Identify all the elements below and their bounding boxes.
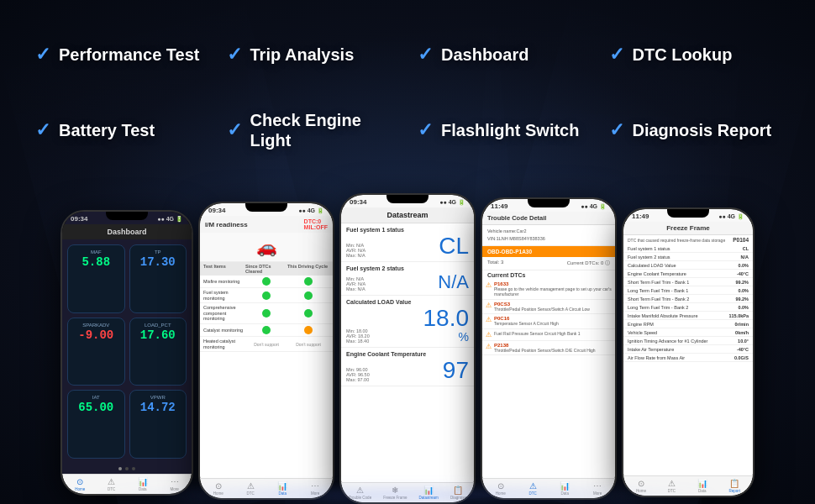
- ff-row-12: Ignition Timing Advance for #1 Cylinder …: [623, 337, 753, 345]
- phone-im-readiness: 09:34 ●●4G🔋 I/M readiness DTC:0 MIL:OFF …: [198, 202, 334, 500]
- ds-header: Datastream: [341, 207, 474, 223]
- tc-count: Total: 3 Current DTCs: 0 ⓘ: [482, 257, 615, 270]
- feature-label-7: Flashlight Switch: [441, 120, 579, 140]
- feature-label-8: Diagnosis Report: [633, 120, 772, 140]
- gauge-maf: MAF 5.88: [67, 244, 125, 313]
- phone-trouble-code: 11:49 ●●4G🔋 Trouble Code Detail Vehicle …: [481, 197, 617, 500]
- feature-dashboard: ✓ Dashboard: [408, 17, 599, 92]
- floor-glow: [82, 487, 734, 504]
- time-4: 11:49: [491, 202, 507, 210]
- check-icon-4: ✓: [609, 44, 624, 66]
- phone-dashboard: 09:34 ●● 4G 🔋 Dashboard MAF 5.88 TP: [60, 210, 193, 496]
- ff-title: Freeze Frame: [623, 222, 753, 235]
- ds-coolant: Engine Coolant Temperature Min: 96.00 AV…: [341, 348, 474, 386]
- time-1: 09:34: [71, 215, 87, 223]
- im-row-2: Fuel system monitoring: [200, 288, 333, 303]
- ff-row-9: Intake Manifold Absolute Pressure 115.0k…: [623, 312, 753, 320]
- gauge-load: LOAD_PCT 17.60: [129, 318, 187, 386]
- ff-row-14: Air Flow Rate from Mass Air 0.0G/S: [623, 354, 753, 362]
- gauge-sparkadv: SPARKADV -9.00: [67, 318, 125, 386]
- feature-performance-test: ✓ Performance Test: [25, 17, 217, 92]
- car-image: 🚗: [200, 233, 333, 262]
- check-icon-5: ✓: [35, 119, 50, 141]
- feature-label-5: Battery Test: [59, 120, 155, 140]
- feature-label-6: Check Engine Light: [250, 110, 398, 150]
- phone-datastream: 09:34 ●●4G🔋 Datastream Fuel system 1 sta…: [339, 193, 476, 504]
- selected-code: OBD-OBD-P1A30: [482, 246, 615, 257]
- check-icon-6: ✓: [227, 119, 242, 141]
- phone-freeze-frame: 11:49 ●●4G🔋 Freeze Frame DTC that caused…: [622, 207, 755, 497]
- feature-battery-test: ✓ Battery Test: [25, 92, 217, 168]
- ds-fuel-1: Fuel system 1 status Min: N/A AVR: N/A M…: [341, 223, 474, 262]
- feature-diagnosis: ✓ Diagnosis Report: [599, 92, 791, 168]
- dtc-row-5: ⚠ P2138 Throttle/Pedal Position Sensor/S…: [482, 341, 615, 356]
- gauge-iat: IAT 65.00: [67, 390, 125, 459]
- phones-showcase: 09:34 ●● 4G 🔋 Dashboard MAF 5.88 TP: [0, 176, 815, 504]
- feature-trip-analysis: ✓ Trip Analysis: [217, 17, 408, 92]
- im-screen: I/M readiness DTC:0 MIL:OFF 🚗 Test Items…: [200, 216, 333, 498]
- signal-1: 4G: [166, 216, 174, 222]
- im-table-header: Test Items Since DTCs Cleared This Drivi…: [200, 262, 333, 276]
- feature-dtc-lookup: ✓ DTC Lookup: [599, 17, 791, 92]
- ff-row-4: Engine Coolant Temperature -40°C: [623, 270, 753, 278]
- ds-load: Calculated LOAD Value Min: 18.00 AVR: 18…: [341, 296, 474, 348]
- feature-check-engine: ✓ Check Engine Light: [217, 92, 408, 168]
- page-dots: [62, 464, 192, 474]
- im-header: I/M readiness DTC:0 MIL:OFF: [200, 216, 333, 233]
- check-icon-8: ✓: [609, 119, 624, 141]
- feature-flashlight: ✓ Flashlight Switch: [408, 92, 599, 168]
- time-3: 09:34: [350, 198, 366, 206]
- feature-label-2: Trip Analysis: [250, 45, 355, 65]
- dtc-row-2: ⚠ P0CS3 Throttle/Pedal Position Sensor/S…: [482, 300, 615, 315]
- ff-screen: Freeze Frame DTC that caused required fr…: [623, 222, 753, 496]
- im-row-3: Comprehensive component monitoring: [200, 303, 333, 324]
- time-2: 09:34: [208, 207, 225, 214]
- ff-row-6: Long Term Fuel Trim - Bank 1 0.0%: [623, 286, 753, 295]
- check-icon-7: ✓: [418, 119, 433, 141]
- ff-row-8: Long Term Fuel Trim - Bank 2 0.0%: [623, 303, 753, 312]
- ff-row-10: Engine RPM 0r/min: [623, 320, 753, 328]
- ff-row-13: Intake Air Temperature -40°C: [623, 345, 753, 354]
- im-row-4: Catalyst monitoring: [200, 324, 333, 337]
- ff-row-11: Vehicle Speed 0km/h: [623, 328, 753, 337]
- check-icon-2: ✓: [227, 44, 242, 66]
- tc-screen: Trouble Code Detail Vehicle name:Car2 VI…: [482, 212, 615, 498]
- ff-row-7: Short Term Fuel Trim - Bank 2 99.2%: [623, 295, 753, 303]
- dtc-row-1: ⚠ P1633 Please go to the vehicle managem…: [482, 280, 615, 300]
- feature-label-3: Dashboard: [441, 45, 528, 65]
- ff-row-1: Fuel system 1 status CL: [623, 244, 753, 253]
- ff-row-3: Calculated LOAD Value 0.0%: [623, 261, 753, 270]
- gauge-vpwr: VPWR 14.72: [129, 390, 187, 459]
- ds-screen: Datastream Fuel system 1 status Min: N/A…: [341, 207, 474, 502]
- dtc-row-4: ⚠ Fuel Rail Pressure Sensor Circuit High…: [482, 329, 615, 341]
- check-icon-1: ✓: [35, 44, 50, 66]
- time-5: 11:49: [632, 213, 649, 220]
- ff-dtc-row: DTC that caused required freeze-frame da…: [623, 235, 753, 244]
- current-dtcs-header: Current DTCs: [482, 270, 615, 280]
- ff-row-2: Fuel system 2 status N/A: [623, 253, 753, 261]
- im-row-5: Heated catalyst monitoring Don't support…: [200, 337, 333, 352]
- gauge-tp: TP 17.30: [129, 244, 187, 313]
- ds-fuel-2: Fuel system 2 status Min: N/A AVR: N/A M…: [341, 262, 474, 296]
- dtc-row-3: ⚠ P0C16 Temperature Sensor A Circuit Hig…: [482, 314, 615, 329]
- gauge-grid: MAF 5.88 TP 17.30 SPARKADV -9.00 LOAD_PC…: [62, 239, 192, 464]
- feature-label-4: DTC Lookup: [633, 45, 733, 65]
- features-grid: ✓ Performance Test ✓ Trip Analysis ✓ Das…: [0, 0, 815, 168]
- tc-title: Trouble Code Detail: [482, 212, 615, 225]
- feature-label-1: Performance Test: [59, 45, 199, 65]
- ff-row-5: Short Term Fuel Trim - Bank 1 99.2%: [623, 278, 753, 286]
- check-icon-3: ✓: [418, 44, 433, 66]
- im-row-1: Misfire monitoring: [200, 276, 333, 288]
- dash-title: Dashboard: [62, 224, 192, 239]
- tc-vehicle-info: Vehicle name:Car2 VIN:1LNH M88S84Y838336: [482, 225, 615, 246]
